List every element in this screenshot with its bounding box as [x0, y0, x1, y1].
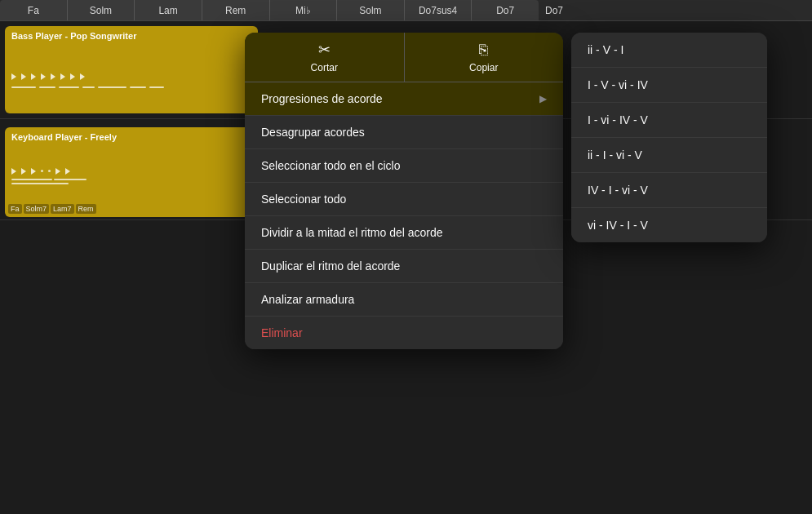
bass-arrow-8: [80, 73, 85, 80]
kb-dot-1: [41, 170, 43, 172]
chord-item-3: Rem: [202, 0, 270, 20]
chord-bar-inner: FaSolmLamRemMi♭SolmDo7sus4Do7: [0, 0, 539, 20]
bass-lines-row: [11, 86, 251, 88]
kb-arrow-2: [21, 168, 26, 175]
copy-icon: ⎘: [479, 42, 488, 59]
bass-arrow-5: [51, 73, 55, 80]
menu-item-chord-progressions[interactable]: Progresiones de acorde▶: [245, 82, 563, 116]
menu-item-label-duplicate-rhythm: Duplicar el ritmo del acorde: [261, 259, 400, 273]
kb-lines-row1: [11, 179, 251, 180]
chord-item-7: Do7: [472, 0, 539, 20]
kb-chord-label-1: Solm7: [24, 204, 50, 214]
menu-top-buttons: ✂ Cortar ⎘ Copiar: [245, 33, 563, 82]
kb-arrow-3: [31, 168, 36, 175]
submenu-item-ii-I-vi-V[interactable]: ii - I - vi - V: [571, 138, 767, 173]
chord-item-1: Solm: [68, 0, 135, 20]
menu-item-analyze-key[interactable]: Analizar armadura: [245, 283, 563, 317]
kb-chord-label-2: Lam7: [51, 204, 74, 214]
chord-bar: FaSolmLamRemMi♭SolmDo7sus4Do7 Do7: [0, 0, 812, 21]
keyboard-chord-labels: FaSolm7Lam7Rem: [5, 204, 258, 214]
menu-items-container: Progresiones de acorde▶Desagrupar acorde…: [245, 82, 563, 349]
menu-item-select-all-cycle[interactable]: Seleccionar todo en el ciclo: [245, 149, 563, 183]
menu-item-label-ungroup-chords: Desagrupar acordes: [261, 126, 365, 139]
bass-line-6: [130, 86, 146, 88]
bass-arrows-row: [11, 73, 251, 80]
cut-icon: ✂: [318, 41, 331, 59]
kb-line-1: [11, 179, 52, 180]
menu-item-label-chord-progressions: Progresiones de acorde: [261, 92, 383, 105]
bass-line-4: [82, 86, 95, 88]
cut-button[interactable]: ✂ Cortar: [245, 33, 405, 82]
kb-arrow-4: [55, 168, 60, 175]
bass-arrow-7: [70, 73, 75, 80]
chord-item-4: Mi♭: [270, 0, 338, 20]
bass-line-5: [98, 86, 126, 88]
menu-item-label-select-all: Seleccionar todo: [261, 193, 346, 206]
keyboard-track-content: Keyboard Player - Freely: [5, 127, 258, 217]
bass-arrow-2: [21, 73, 26, 80]
submenu-items-container: ii - V - II - V - vi - IVI - vi - IV - V…: [571, 33, 767, 242]
bass-arrow-4: [41, 73, 46, 80]
menu-item-label-divide-half: Dividir a la mitad el ritmo del acorde: [261, 226, 443, 239]
chord-item-2: Lam: [135, 0, 202, 20]
keyboard-track-label: Keyboard Player - Freely: [11, 132, 117, 142]
bass-arrow-3: [31, 73, 36, 80]
menu-item-select-all[interactable]: Seleccionar todo: [245, 183, 563, 216]
kb-arrow-5: [65, 168, 70, 175]
submenu: ii - V - II - V - vi - IVI - vi - IV - V…: [571, 33, 767, 242]
submenu-item-ii-V-I[interactable]: ii - V - I: [571, 33, 767, 68]
menu-item-delete[interactable]: Eliminar: [245, 317, 563, 349]
keyboard-track-pattern: [11, 148, 251, 201]
kb-line-2: [54, 179, 87, 180]
bass-track-content: Bass Player - Pop Songwriter: [5, 26, 258, 113]
copy-button[interactable]: ⎘ Copiar: [405, 33, 564, 82]
bass-line-7: [149, 86, 164, 88]
submenu-item-I-V-vi-IV[interactable]: I - V - vi - IV: [571, 68, 767, 103]
bass-track-pattern: [11, 51, 251, 107]
submenu-item-vi-IV-I-V[interactable]: vi - IV - I - V: [571, 208, 767, 242]
chord-item-6: Do7sus4: [405, 0, 473, 20]
bass-line-1: [11, 86, 36, 88]
menu-item-label-analyze-key: Analizar armadura: [261, 293, 354, 306]
submenu-item-IV-I-vi-V[interactable]: IV - I - vi - V: [571, 173, 767, 208]
submenu-item-I-vi-IV-V[interactable]: I - vi - IV - V: [571, 103, 767, 138]
cut-label: Cortar: [311, 62, 338, 73]
bass-line-2: [39, 86, 55, 88]
kb-line-3: [11, 183, 69, 184]
kb-chord-label-3: Rem: [76, 204, 96, 214]
copy-label: Copiar: [469, 62, 498, 73]
menu-item-label-select-all-cycle: Seleccionar todo en el ciclo: [261, 159, 400, 172]
bass-arrow-1: [11, 73, 16, 80]
menu-item-divide-half[interactable]: Dividir a la mitad el ritmo del acorde: [245, 216, 563, 250]
menu-item-ungroup-chords[interactable]: Desagrupar acordes: [245, 116, 563, 149]
outside-chord: Do7: [545, 5, 563, 16]
chord-item-5: Solm: [337, 0, 405, 20]
context-menu: ✂ Cortar ⎘ Copiar Progresiones de acorde…: [245, 33, 563, 349]
chord-item-0: Fa: [0, 0, 68, 20]
keyboard-arrows-row: [11, 168, 251, 175]
menu-item-arrow-chord-progressions: ▶: [539, 93, 547, 104]
kb-lines-row2: [11, 183, 251, 184]
kb-arrow-1: [11, 168, 16, 175]
bass-arrow-6: [60, 73, 65, 80]
kb-dot-2: [48, 170, 51, 172]
bass-line-3: [59, 86, 79, 88]
kb-chord-label-0: Fa: [8, 204, 22, 214]
menu-item-duplicate-rhythm[interactable]: Duplicar el ritmo del acorde: [245, 250, 563, 283]
bass-track-label: Bass Player - Pop Songwriter: [11, 31, 136, 41]
menu-item-label-delete: Eliminar: [261, 326, 303, 339]
